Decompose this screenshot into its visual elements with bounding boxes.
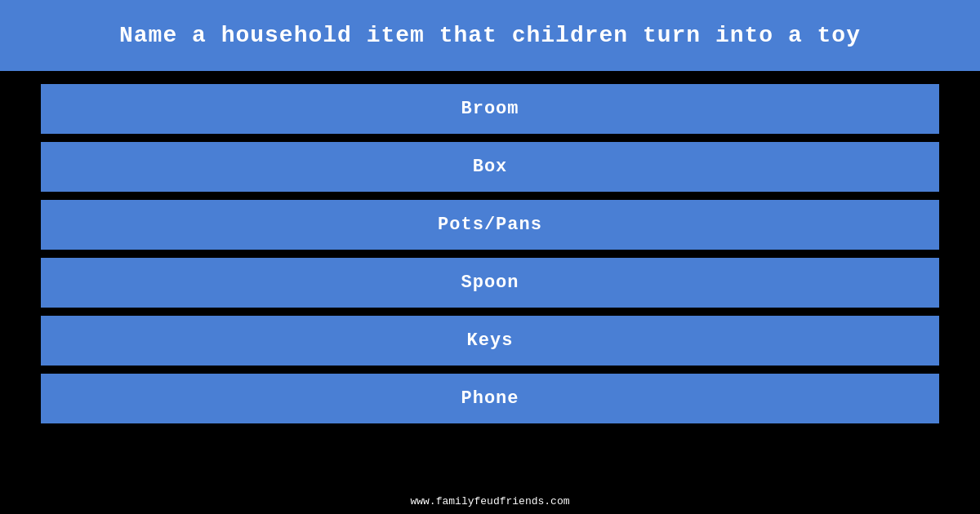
question-title: Name a household item that children turn… (16, 23, 964, 48)
footer-url: www.familyfeudfriends.com (0, 495, 980, 507)
answer-item-spoon[interactable]: Spoon (41, 258, 939, 308)
answer-item-phone[interactable]: Phone (41, 374, 939, 423)
answer-item-box[interactable]: Box (41, 142, 939, 192)
answer-item-keys[interactable]: Keys (41, 316, 939, 366)
question-header: Name a household item that children turn… (0, 0, 980, 71)
answers-list: Broom Box Pots/Pans Spoon Keys Phone (0, 76, 980, 432)
answer-item-broom[interactable]: Broom (41, 84, 939, 134)
answer-item-pots-pans[interactable]: Pots/Pans (41, 200, 939, 250)
